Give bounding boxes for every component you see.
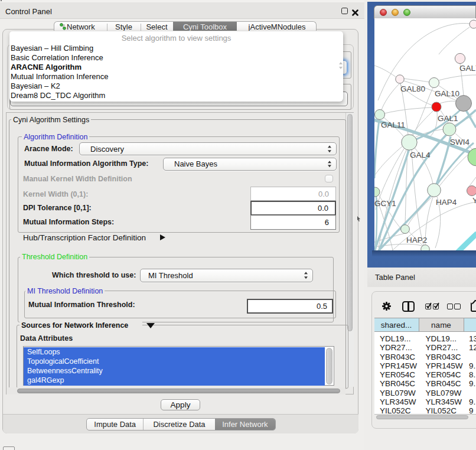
svg-text:GCY1: GCY1	[374, 199, 396, 208]
svg-text:GAL4: GAL4	[410, 151, 431, 159]
svg-text:GAL11: GAL11	[381, 120, 405, 129]
svg-text:GAL80: GAL80	[400, 84, 425, 93]
svg-text:GAL1: GAL1	[438, 114, 458, 123]
svg-text:GAL10: GAL10	[435, 89, 459, 98]
svg-text:HAP2: HAP2	[406, 236, 427, 244]
svg-text:GAL7: GAL7	[459, 64, 476, 73]
svg-text:Y: Y	[472, 196, 476, 205]
svg-text:HAP4: HAP4	[436, 198, 457, 207]
svg-text:SWI4: SWI4	[450, 138, 470, 146]
